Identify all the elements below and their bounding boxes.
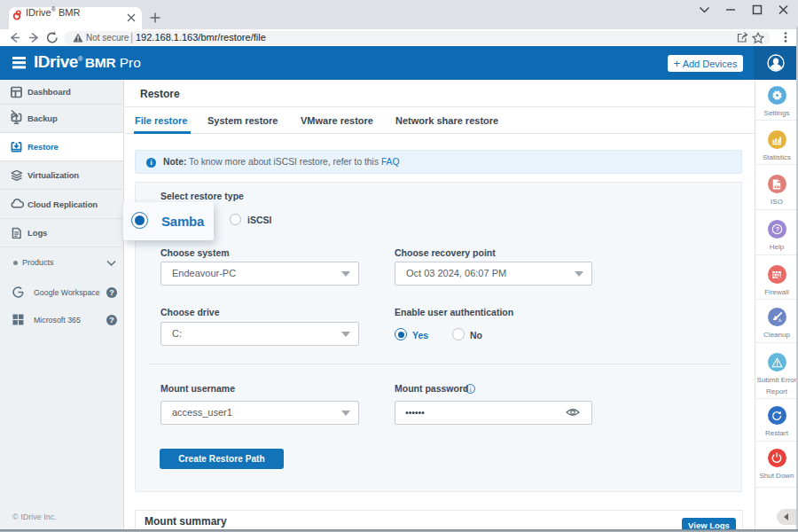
svg-text:?: ?	[775, 225, 779, 233]
